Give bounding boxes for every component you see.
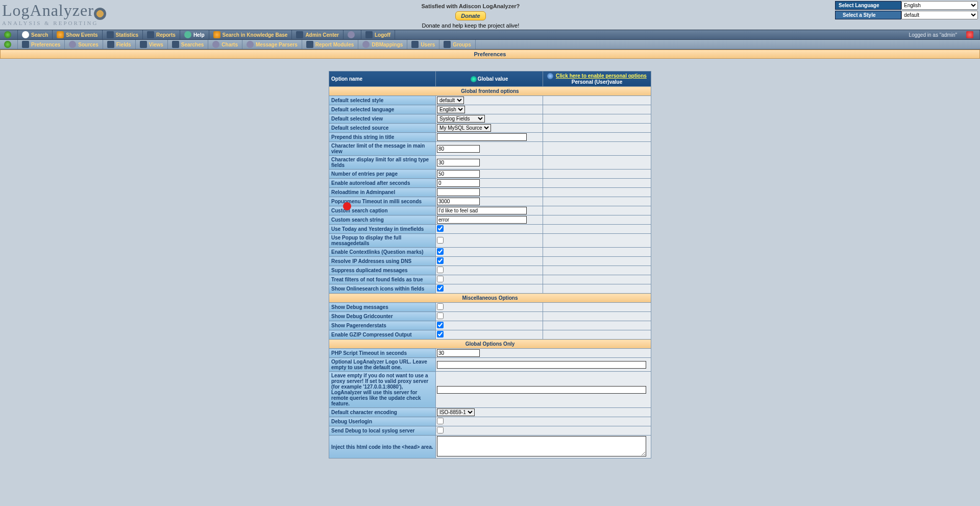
opt-lang-select[interactable]: English [437, 106, 465, 113]
opt-charlimit-msg-input[interactable] [437, 145, 480, 153]
opt-style-select[interactable]: default [437, 97, 464, 104]
submenu-preferences[interactable]: Preferences [18, 40, 65, 49]
submenu-charts[interactable]: Charts [208, 40, 242, 49]
opt-debug-grid-check[interactable] [437, 312, 444, 319]
opt-debug-userlogin-label: Debug Userlogin [329, 417, 436, 426]
submenu-fields[interactable]: Fields [103, 40, 136, 49]
opt-reloadtime-input[interactable] [437, 188, 480, 196]
opt-pagerender-check[interactable] [437, 322, 444, 328]
opt-lang-label: Default selected language [329, 105, 436, 114]
logoff-icon [365, 31, 373, 38]
events-icon [57, 31, 64, 38]
page-header: LogAnalyzer ANALYSIS & REPORTING Satisfi… [0, 0, 980, 30]
kb-icon [213, 31, 220, 38]
menu-kb[interactable]: Search in Knowledge Base [209, 30, 292, 39]
opt-treat-filters-check[interactable] [437, 276, 444, 282]
menu-reports[interactable]: Reports [143, 30, 180, 39]
opt-debug-syslog-check[interactable] [437, 427, 444, 433]
submenu-dbmappings[interactable]: DBMappings [358, 40, 407, 49]
opt-proxy-input[interactable] [437, 386, 646, 394]
donate-button[interactable]: Donate [455, 11, 485, 20]
opt-charlimit-str-label: Character display limit for all string t… [329, 156, 436, 170]
opt-entries-input[interactable] [437, 170, 480, 178]
opt-popup-details-check[interactable] [437, 237, 444, 244]
menu-help[interactable]: Help [180, 30, 209, 39]
donate-area: Satisfied with Adiscon LogAnalyzer? Dona… [106, 1, 835, 29]
opt-custom-string-input[interactable] [437, 216, 527, 224]
opt-debug-userlogin-check[interactable] [437, 418, 444, 424]
opt-onlinesearch-check[interactable] [437, 285, 444, 292]
opt-custom-caption-input[interactable] [437, 207, 527, 214]
submenu-sources[interactable]: Sources [65, 40, 103, 49]
enable-personal-link[interactable]: Click here to enable personal options [556, 73, 647, 79]
select-style[interactable]: default [901, 11, 978, 19]
opt-resolve-dns-check[interactable] [437, 257, 444, 264]
opt-today-check[interactable] [437, 225, 444, 232]
menu-logoff-icon[interactable] [344, 30, 361, 39]
section-misc: Miscellaneous Options [329, 294, 651, 303]
menu-logoff[interactable]: Logoff [361, 30, 395, 39]
menu-status[interactable] [0, 30, 18, 39]
menu-search[interactable]: Search [18, 30, 53, 39]
menu-show-events[interactable]: Show Events [53, 30, 102, 39]
submenu-back[interactable] [0, 40, 18, 49]
opt-source-label: Default selected source [329, 124, 436, 133]
charts-icon [212, 41, 219, 48]
opt-view-select[interactable]: Syslog Fields [437, 115, 485, 123]
logo-text: LogAnalyzer [2, 1, 94, 19]
opt-gzip-label: Enable GZIP Compressed Output [329, 330, 436, 340]
opt-autoreload-label: Enable autoreload after seconds [329, 179, 436, 188]
admin-icon [296, 31, 303, 38]
logo-icon [94, 8, 106, 20]
submenu-views[interactable]: Views [136, 40, 168, 49]
col-global: Global value [436, 71, 543, 87]
opt-suppress-dup-label: Suppress duplicated messages [329, 266, 436, 275]
opt-inject-head-label: Inject this html code into the <head> ar… [329, 436, 436, 459]
opt-prepend-input[interactable] [437, 133, 527, 141]
groups-icon [444, 41, 451, 48]
prefs-icon [22, 41, 29, 48]
select-language[interactable]: English [901, 1, 978, 10]
col-personal: Click here to enable personal options Pe… [543, 71, 651, 87]
opt-autoreload-input[interactable] [437, 179, 480, 187]
select-language-label: Select Language [835, 1, 901, 10]
col-option: Option name [329, 71, 436, 87]
opt-logo-url-input[interactable] [437, 361, 646, 369]
opt-popup-timeout-input[interactable] [437, 198, 480, 205]
main-content: Option name Global value Click here to e… [0, 59, 980, 459]
logged-in-text: Logged in as "admin" [395, 32, 962, 38]
col-personal-label: Personal (User)value [572, 79, 623, 85]
opt-encoding-select[interactable]: ISO-8859-1 [437, 408, 475, 416]
opt-charlimit-str-input[interactable] [437, 159, 480, 166]
menu-statistics[interactable]: Statistics [103, 30, 143, 39]
opt-suppress-dup-check[interactable] [437, 267, 444, 273]
opt-inject-head-textarea[interactable] [437, 436, 646, 456]
opt-php-timeout-input[interactable] [437, 349, 480, 357]
opt-source-select[interactable]: My MySQL Source [437, 124, 491, 132]
opt-onlinesearch-label: Show Onlinesearch icons within fields [329, 284, 436, 294]
submenu-parsers[interactable]: Message Parsers [242, 40, 302, 49]
opt-gzip-check[interactable] [437, 331, 444, 338]
top-selectors: Select Language English Select a Style d… [835, 1, 978, 20]
submenu-searches[interactable]: Searches [168, 40, 208, 49]
logo-subtitle: ANALYSIS & REPORTING [2, 20, 106, 26]
opt-entries-label: Number of entries per page [329, 170, 436, 179]
users-icon [411, 41, 419, 48]
submenu-groups[interactable]: Groups [439, 40, 476, 49]
section-frontend: Global frontend options [329, 87, 651, 96]
opt-encoding-label: Default character encoding [329, 408, 436, 417]
donate-subtitle: Donate and help keep the project alive! [106, 22, 835, 29]
opt-contextlinks-check[interactable] [437, 248, 444, 255]
logo: LogAnalyzer ANALYSIS & REPORTING [2, 1, 106, 26]
submenu-users[interactable]: Users [407, 40, 439, 49]
admin-submenu: Preferences Sources Fields Views Searche… [0, 40, 980, 50]
submenu-report-modules[interactable]: Report Modules [302, 40, 359, 49]
opt-proxy-label: Leave empty if you do not want to use a … [329, 372, 436, 408]
menu-admin[interactable]: Admin Center [292, 30, 344, 39]
search-icon [22, 31, 29, 38]
opt-debug-msg-label: Show Debug messages [329, 303, 436, 312]
sources-icon [69, 41, 76, 48]
searches-icon [172, 41, 179, 48]
menu-alert[interactable] [962, 30, 980, 39]
opt-debug-msg-check[interactable] [437, 303, 444, 310]
